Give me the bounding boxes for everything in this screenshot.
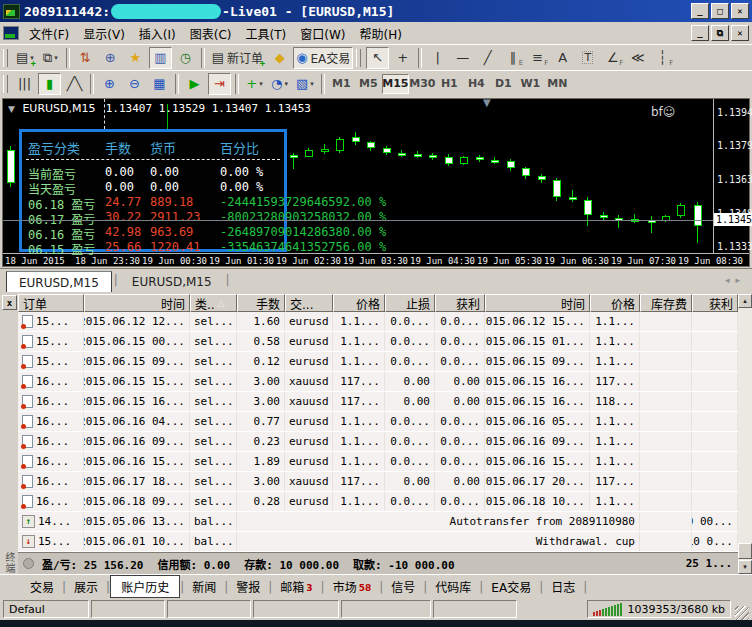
bar-chart-button[interactable]: ||| (13, 73, 36, 95)
terminal-tab-5[interactable]: 警报 (228, 576, 268, 597)
fibonacci-timezones-button[interactable]: ┆F (651, 47, 674, 69)
period-button-m5[interactable]: M5 (355, 74, 382, 94)
table-row[interactable]: 16...2015.06.16 04...sel...0.77eurusd1.1… (18, 412, 738, 432)
period-button-h1[interactable]: H1 (436, 74, 463, 94)
text-button[interactable]: A (551, 47, 574, 69)
menu-item[interactable]: 工具(T) (239, 22, 294, 45)
column-header-6[interactable]: 止损 (385, 294, 435, 312)
scrollbar-thumb[interactable] (738, 543, 752, 559)
tile-windows-button[interactable]: ▦ (148, 73, 171, 95)
close-button[interactable]: ✕ (731, 3, 749, 19)
child-close-button[interactable]: ✕ (731, 25, 749, 41)
terminal-tab-7[interactable]: 市场58 (325, 576, 380, 597)
minimize-button[interactable]: _ (691, 3, 709, 19)
scroll-up-button[interactable]: ▴ (738, 294, 752, 308)
line-chart-button[interactable]: ╱╲ (63, 73, 86, 95)
column-header-4[interactable]: 交... (285, 294, 333, 312)
templates-button[interactable]: ▧▾ (293, 73, 317, 95)
table-row[interactable]: ↓15...2015.06.01 10...bal...Withdrawal. … (18, 532, 738, 552)
column-header-7[interactable]: 获利 (435, 294, 485, 312)
table-row[interactable]: 16...2015.06.18 09...sel...0.28eurusd1.1… (18, 492, 738, 512)
terminal-tab-1[interactable]: 交易 (22, 576, 62, 597)
child-minimize-button[interactable]: _ (691, 25, 709, 41)
crosshair-button[interactable]: + (391, 47, 414, 69)
fibonacci-expansion-button[interactable]: ≪ (626, 47, 649, 69)
price-chart[interactable]: ▼ EURUSD,M15 1.13407 1.13529 1.13407 1.1… (2, 98, 750, 267)
zoom-out-button[interactable]: ⊖ (123, 73, 146, 95)
menu-item[interactable]: 显示(V) (76, 22, 132, 45)
ea-trading-button[interactable]: ◉EA交易 (293, 47, 353, 69)
period-button-m30[interactable]: M30 (409, 74, 436, 94)
menu-item[interactable]: 帮助(H) (352, 22, 408, 45)
terminal-tab-2[interactable]: 展示 (66, 576, 106, 597)
zoom-in-button[interactable]: ⊕ (98, 73, 121, 95)
period-button-w1[interactable]: W1 (517, 74, 544, 94)
profile-panel[interactable]: Defaul (3, 600, 89, 618)
column-header-5[interactable]: 价格 (333, 294, 385, 312)
vertical-line-button[interactable]: | (426, 47, 449, 69)
cursor-button[interactable]: ↖ (366, 47, 389, 69)
terminal-close-button[interactable]: x (2, 295, 17, 310)
chart-window-system-icon[interactable] (3, 26, 19, 40)
strategy-tester-button[interactable]: ◷ (174, 47, 197, 69)
new-chart-button[interactable]: ▤+▾ (13, 47, 37, 69)
period-button-d1[interactable]: D1 (490, 74, 517, 94)
column-header-10[interactable]: 库存费 (640, 294, 692, 312)
chart-tab[interactable]: EURUSD,M15 (6, 271, 112, 293)
chevron-down-icon[interactable]: ▼ (8, 104, 15, 114)
profiles-button[interactable]: ⧉▾ (39, 47, 62, 69)
auto-scroll-button[interactable]: ▶ (183, 73, 206, 95)
terminal-tab-8[interactable]: 信号 (383, 576, 423, 597)
trendline-button[interactable]: ╱ (476, 47, 499, 69)
table-row[interactable]: ↑14...2015.05.06 13...bal...Autotransfer… (18, 512, 738, 532)
terminal-tab-9[interactable]: 代码库 (427, 576, 479, 597)
table-row[interactable]: 15...2015.06.12 12...sel...1.60eurusd1.1… (18, 312, 738, 332)
tab-scroll-arrows[interactable]: ◂▸ (725, 275, 746, 285)
indicators-button[interactable]: +▾ (243, 73, 266, 95)
table-row[interactable]: 15...2015.06.15 00...sel...0.58eurusd1.1… (18, 332, 738, 352)
templates-dropdown-icon[interactable]: ▾ (310, 80, 314, 88)
profiles-dropdown-icon[interactable]: ▾ (54, 54, 58, 62)
column-header-3[interactable]: 手数 (237, 294, 285, 312)
fibonacci-fan-button[interactable]: ∠F (601, 47, 624, 69)
period-selector-button[interactable]: ◔▾ (268, 73, 291, 95)
toolbar-grip[interactable] (3, 49, 8, 67)
table-row[interactable]: 16...2015.06.15 15...sel...3.00xauusd117… (18, 372, 738, 392)
market-watch-button[interactable]: ⇅ (74, 47, 97, 69)
menu-item[interactable]: 窗口(W) (293, 22, 352, 45)
toolbar-grip[interactable] (356, 49, 361, 67)
table-row[interactable]: 16...2015.06.15 16...sel...3.00xauusd117… (18, 392, 738, 412)
table-row[interactable]: 15...2015.06.15 09...sel...0.12eurusd1.1… (18, 352, 738, 372)
menu-item[interactable]: 图表(C) (183, 22, 239, 45)
period-selector-dropdown-icon[interactable]: ▾ (284, 80, 288, 88)
fibonacci-retracement-button[interactable]: ≡F (526, 47, 549, 69)
table-row[interactable]: 16...2015.06.17 18...sel...3.00xauusd117… (18, 472, 738, 492)
scroll-down-button[interactable]: ▾ (738, 560, 752, 574)
table-scrollbar[interactable]: ▴ ▾ (738, 294, 752, 574)
terminal-tab-11[interactable]: 日志 (543, 576, 583, 597)
new-order-button[interactable]: ▤+新订单 (209, 47, 266, 69)
period-button-h4[interactable]: H4 (463, 74, 490, 94)
menu-item[interactable]: 文件(F) (22, 22, 76, 45)
column-header-1[interactable]: 时间 (84, 294, 190, 312)
column-header-0[interactable]: 订单 (18, 294, 84, 312)
text-label-button[interactable]: T (576, 47, 599, 69)
indicators-dropdown-icon[interactable]: ▾ (259, 80, 263, 88)
terminal-tab-6[interactable]: 邮箱3 (272, 576, 320, 597)
equidistant-channel-button[interactable]: ∥E (501, 47, 524, 69)
terminal-tab-3[interactable]: 账户历史 (110, 575, 180, 598)
navigator-button[interactable]: ★ (124, 47, 147, 69)
menu-item[interactable]: 插入(I) (132, 22, 183, 45)
column-header-9[interactable]: 价格 (590, 294, 640, 312)
period-button-mn[interactable]: MN (544, 74, 571, 94)
toolbar-grip[interactable] (3, 75, 8, 93)
horizontal-line-button[interactable]: — (451, 47, 474, 69)
column-header-11[interactable]: 获利 (692, 294, 738, 312)
column-header-2[interactable]: 类..△ (190, 294, 237, 312)
chart-shift-button[interactable]: ⇥ (208, 73, 231, 95)
period-button-m1[interactable]: M1 (328, 74, 355, 94)
candlestick-chart-button[interactable]: ▮ (38, 73, 61, 95)
maximize-button[interactable]: □ (711, 3, 729, 19)
period-button-m15[interactable]: M15 (382, 74, 409, 94)
terminal-tab-10[interactable]: EA交易 (483, 576, 539, 597)
